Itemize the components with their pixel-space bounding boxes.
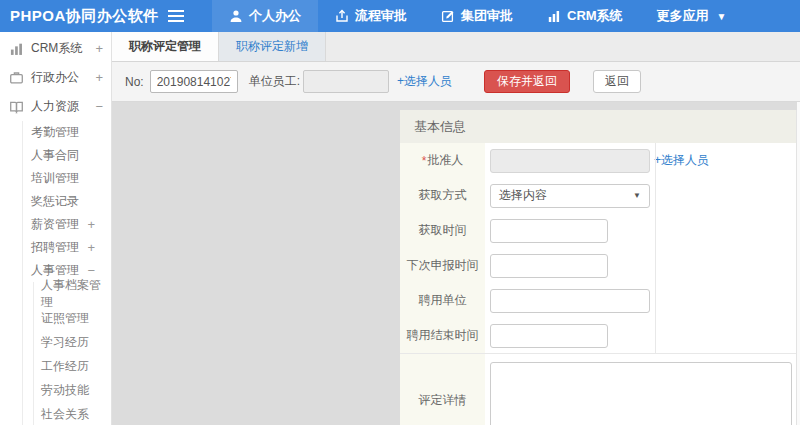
field-label: 评定详情 xyxy=(400,354,485,425)
menu-label: 集团审批 xyxy=(461,7,513,25)
expand-toggle[interactable]: + xyxy=(95,41,103,56)
bar-chart-icon xyxy=(9,41,24,56)
field-label: 下次申报时间 xyxy=(400,248,485,283)
field-label: 获取时间 xyxy=(400,213,485,248)
sidebar-label: 人事合同 xyxy=(31,147,111,164)
employment-end-time-input[interactable] xyxy=(490,324,608,348)
sidebar-item-hr[interactable]: 人力资源 − xyxy=(0,92,111,121)
collapse-toggle[interactable]: − xyxy=(95,99,103,114)
form-row-employment-end-time: 聘用结束时间 xyxy=(400,318,796,353)
expand-toggle[interactable]: + xyxy=(87,240,95,255)
menu-item-workflow-approval[interactable]: 流程审批 xyxy=(318,0,424,32)
form-panel: 基本信息 *批准人 +选择人员 获取方式 xyxy=(400,110,797,425)
sidebar-item-work-history[interactable]: 工作经历 xyxy=(33,354,111,378)
briefcase-icon xyxy=(9,70,24,85)
section-title: 基本信息 xyxy=(400,110,796,143)
main-area: 职称评定管理 职称评定新增 No: 单位员工: +选择人员 保存并返回 返回 基… xyxy=(112,32,800,425)
field-label: *批准人 xyxy=(400,143,485,178)
book-icon xyxy=(9,99,24,114)
form-row-acquire-time: 获取时间 xyxy=(400,213,796,248)
sidebar-item-rewards[interactable]: 奖惩记录 xyxy=(22,190,111,213)
sidebar-label: 人力资源 xyxy=(31,98,95,115)
sidebar-label: 人事档案管理 xyxy=(41,277,111,311)
evaluation-detail-textarea[interactable] xyxy=(490,362,792,425)
acquire-time-input[interactable] xyxy=(490,219,608,243)
sidebar-label: 劳动技能 xyxy=(41,382,89,399)
caret-down-icon: ▼ xyxy=(717,11,727,22)
sidebar-item-recruit[interactable]: 招聘管理 + xyxy=(22,236,111,259)
sidebar-label: CRM系统 xyxy=(31,40,95,57)
next-apply-time-input[interactable] xyxy=(490,254,608,278)
tab-title-evaluation-manage[interactable]: 职称评定管理 xyxy=(112,32,219,61)
sidebar-item-crm[interactable]: CRM系统 + xyxy=(0,34,111,63)
menu-label: 个人办公 xyxy=(249,7,301,25)
selected-option: 选择内容 xyxy=(499,187,547,204)
menu-item-personal-office[interactable]: 个人办公 xyxy=(212,0,318,32)
employer-input[interactable] xyxy=(490,289,650,313)
sidebar-item-admin-office[interactable]: 行政办公 + xyxy=(0,63,111,92)
collapse-toggle[interactable]: − xyxy=(87,263,95,278)
sidebar-label: 工作经历 xyxy=(41,358,89,375)
edit-icon xyxy=(441,9,455,23)
tab-bar: 职称评定管理 职称评定新增 xyxy=(112,32,800,62)
sidebar-item-social-relations[interactable]: 社会关系 xyxy=(33,402,111,425)
top-header: PHPOA协同办公软件 个人办公 流程审批 集团审批 xyxy=(0,0,800,32)
employee-label: 单位员工: xyxy=(249,73,300,90)
expand-toggle[interactable]: + xyxy=(87,217,95,232)
approver-input[interactable] xyxy=(490,149,650,173)
workflow-icon xyxy=(335,9,349,23)
sidebar-label: 考勤管理 xyxy=(31,124,111,141)
table-divider-horizontal xyxy=(400,353,796,354)
sidebar-item-training[interactable]: 培训管理 xyxy=(22,167,111,190)
sidebar-item-hr-contract[interactable]: 人事合同 xyxy=(22,144,111,167)
menu-item-crm-system[interactable]: CRM系统 xyxy=(530,0,640,32)
field-label: 聘用单位 xyxy=(400,283,485,318)
sidebar-item-education-history[interactable]: 学习经历 xyxy=(33,330,111,354)
required-mark: * xyxy=(422,154,427,168)
sidebar-label: 证照管理 xyxy=(41,310,89,327)
save-and-return-button[interactable]: 保存并返回 xyxy=(484,70,570,93)
no-label: No: xyxy=(125,75,144,89)
app-logo: PHPOA协同办公软件 xyxy=(0,7,168,26)
sidebar-label: 奖惩记录 xyxy=(31,193,111,210)
form-row-acquire-method: 获取方式 选择内容 ▼ xyxy=(400,178,796,213)
form-row-next-apply-time: 下次申报时间 xyxy=(400,248,796,283)
form-toolbar: No: 单位员工: +选择人员 保存并返回 返回 xyxy=(112,62,800,102)
form-row-evaluation-detail: 评定详情 xyxy=(400,354,796,425)
chevron-down-icon: ▼ xyxy=(633,191,641,200)
select-person-link[interactable]: +选择人员 xyxy=(654,152,709,169)
sidebar-sublist: 人事档案管理 证照管理 学习经历 工作经历 劳动技能 社会关系 xyxy=(22,282,111,425)
menu-label: 流程审批 xyxy=(355,7,407,25)
menu-item-more-apps[interactable]: 更多应用 ▼ xyxy=(640,0,744,32)
acquire-method-select[interactable]: 选择内容 ▼ xyxy=(490,184,650,208)
expand-toggle[interactable]: + xyxy=(95,70,103,85)
sidebar-item-labor-skills[interactable]: 劳动技能 xyxy=(33,378,111,402)
tab-title-evaluation-new[interactable]: 职称评定新增 xyxy=(219,32,326,61)
sidebar-item-salary[interactable]: 薪资管理 + xyxy=(22,213,111,236)
user-icon xyxy=(229,9,243,23)
top-menu: 个人办公 流程审批 集团审批 CRM系统 更多应用 xyxy=(212,0,744,32)
sidebar-item-attendance[interactable]: 考勤管理 xyxy=(22,121,111,144)
field-label: 聘用结束时间 xyxy=(400,318,485,353)
sidebar-item-personnel-files[interactable]: 人事档案管理 xyxy=(33,282,111,306)
field-label: 获取方式 xyxy=(400,178,485,213)
form-row-approver: *批准人 +选择人员 xyxy=(400,143,796,178)
sidebar-label: 招聘管理 xyxy=(31,239,87,256)
back-button[interactable]: 返回 xyxy=(593,70,641,93)
form-row-employer: 聘用单位 xyxy=(400,283,796,318)
content-area: 基本信息 *批准人 +选择人员 获取方式 xyxy=(112,102,800,425)
sidebar-label: 社会关系 xyxy=(41,406,89,423)
select-person-link[interactable]: +选择人员 xyxy=(397,73,452,90)
sidebar-nav: CRM系统 + 行政办公 + 人力资源 − 考勤管理 人事 xyxy=(0,32,112,425)
sidebar-label: 行政办公 xyxy=(31,69,95,86)
sidebar-label: 培训管理 xyxy=(31,170,111,187)
menu-label: 更多应用 xyxy=(657,7,709,25)
app-window: PHPOA协同办公软件 个人办公 流程审批 集团审批 xyxy=(0,0,800,425)
no-input[interactable] xyxy=(150,70,238,93)
bar-chart-icon xyxy=(547,9,561,23)
sidebar-label: 学习经历 xyxy=(41,334,89,351)
menu-item-group-approval[interactable]: 集团审批 xyxy=(424,0,530,32)
hamburger-menu-icon[interactable] xyxy=(168,10,184,22)
employee-input[interactable] xyxy=(303,70,389,93)
menu-label: CRM系统 xyxy=(567,7,623,25)
